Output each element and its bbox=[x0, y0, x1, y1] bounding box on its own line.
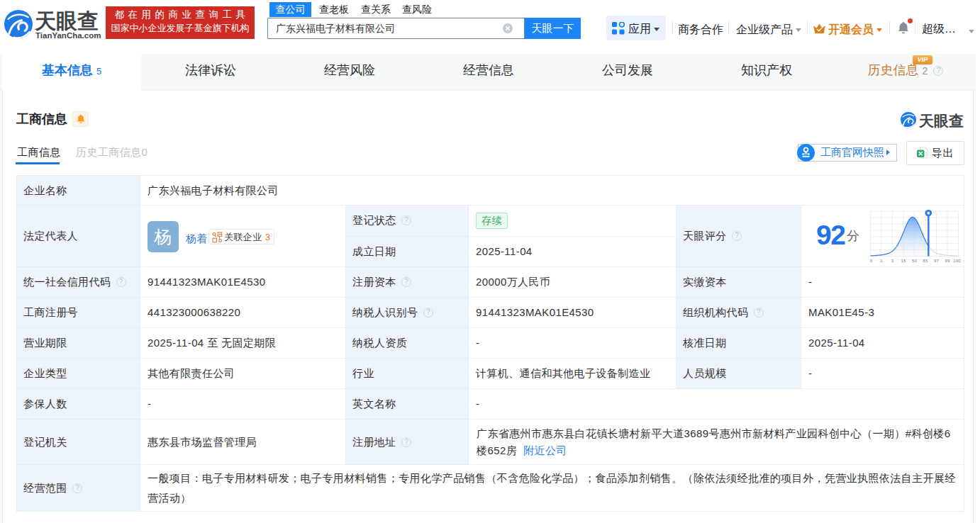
svg-text:50: 50 bbox=[912, 259, 918, 263]
svg-text:0: 0 bbox=[870, 259, 873, 263]
svg-text:85: 85 bbox=[923, 259, 928, 263]
svg-text:97: 97 bbox=[934, 259, 940, 263]
svg-text:99: 99 bbox=[945, 259, 950, 263]
svg-text:100: 100 bbox=[953, 259, 961, 263]
svg-text:15: 15 bbox=[901, 259, 906, 263]
svg-text:3: 3 bbox=[891, 259, 894, 263]
svg-text:1: 1 bbox=[880, 259, 883, 263]
